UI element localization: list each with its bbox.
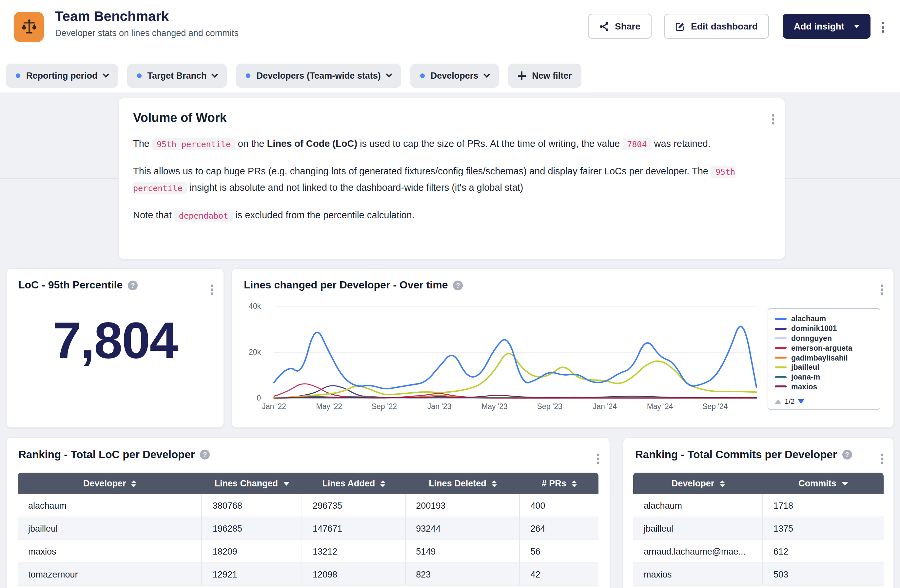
sort-desc-icon (842, 481, 848, 486)
header: Team Benchmark Developer stats on lines … (0, 0, 900, 92)
table-cell: 200193 (405, 494, 520, 517)
header-kebab-menu[interactable] (879, 19, 887, 36)
new-filter-button[interactable]: New filter (508, 64, 582, 88)
caret-down-icon (854, 25, 860, 28)
column-label: Lines Added (322, 478, 375, 488)
edit-icon (675, 21, 685, 31)
legend-item[interactable]: maxios (775, 382, 873, 392)
x-tick-label: Jan '24 (593, 402, 617, 410)
card-kebab-menu[interactable] (878, 451, 886, 466)
table-row: jbailleul19628514767193244264 (18, 517, 599, 540)
table-cell: 18209 (202, 540, 302, 562)
add-insight-label: Add insight (794, 21, 844, 31)
help-icon[interactable] (842, 450, 852, 459)
filter-label: Developers (431, 71, 478, 81)
filter-dot-icon (137, 73, 141, 78)
table-cell: 196285 (202, 517, 302, 540)
x-tick-label: Jan '22 (262, 402, 286, 410)
legend-swatch (775, 357, 787, 358)
table-cell: 42 (520, 563, 599, 585)
plus-icon (518, 71, 526, 80)
sort-both-icon (572, 480, 577, 487)
volume-of-work-card: Volume of Work The 95th percentile on th… (118, 98, 785, 259)
filter-bar: Reporting period Target Branch Developer… (6, 64, 582, 88)
filter-dot-icon (16, 73, 20, 78)
card-title: Ranking - Total LoC per Developer (19, 448, 195, 461)
page-subtitle: Developer stats on lines changed and com… (55, 28, 239, 38)
legend-items: alachaumdominik1001donnguyenemerson-argu… (775, 314, 873, 395)
legend-item[interactable]: jbailleul (775, 363, 873, 372)
volume-paragraph-1: The 95th percentile on the Lines of Code… (133, 136, 770, 152)
ranking-commits-card: Ranking - Total Commits per Developer De… (623, 437, 894, 588)
help-icon[interactable] (200, 450, 210, 459)
table-cell: jbailleul (633, 517, 763, 540)
column-header--prs[interactable]: # PRs (520, 473, 599, 494)
filter-developers-team-wide[interactable]: Developers (Team-wide stats) (236, 64, 401, 88)
column-header-developer[interactable]: Developer (633, 473, 763, 494)
text-segment: on the (235, 138, 267, 149)
column-label: # PRs (542, 478, 566, 488)
chevron-down-icon (483, 71, 490, 78)
text-segment: is excluded from the percentile calculat… (233, 210, 414, 220)
help-icon[interactable] (128, 280, 138, 290)
ranking-loc-card: Ranking - Total LoC per Developer Develo… (6, 437, 610, 588)
filter-label: Target Branch (147, 71, 207, 81)
y-tick-label: 40k (249, 302, 261, 310)
page-title: Team Benchmark (55, 9, 239, 24)
share-button[interactable]: Share (588, 14, 652, 39)
column-label: Developer (672, 478, 714, 488)
table-cell: alachaum (633, 494, 763, 517)
legend-swatch (775, 347, 787, 349)
table-cell: jbailleul (18, 517, 202, 540)
legend-series-name: joana-m (791, 373, 820, 381)
y-tick-label: 0 (257, 394, 261, 402)
table-row: arnaud.lachaume@mae...612 (633, 540, 884, 563)
legend-swatch (775, 366, 787, 368)
column-header-developer[interactable]: Developer (18, 473, 202, 494)
sort-both-icon (132, 480, 137, 487)
legend-item[interactable]: alachaum (775, 314, 873, 324)
legend-page-up-icon[interactable] (775, 399, 781, 403)
column-label: Developer (83, 478, 126, 488)
card-kebab-menu[interactable] (594, 451, 602, 466)
card-kebab-menu[interactable] (208, 282, 216, 297)
table-cell: 380768 (202, 494, 302, 517)
sort-desc-icon (283, 481, 290, 486)
filter-dot-icon (420, 73, 425, 78)
legend-item[interactable]: dominik1001 (775, 324, 873, 334)
legend-item[interactable]: emerson-argueta (775, 343, 873, 353)
column-header-commits[interactable]: Commits (763, 473, 884, 494)
filter-developers[interactable]: Developers (410, 64, 499, 88)
edit-dashboard-button[interactable]: Edit dashboard (664, 14, 769, 39)
column-header-lines-deleted[interactable]: Lines Deleted (405, 473, 520, 494)
sort-both-icon (380, 480, 385, 487)
sort-both-icon (719, 480, 725, 487)
bold-text: Lines of Code (LoC) (267, 138, 358, 149)
filter-target-branch[interactable]: Target Branch (127, 64, 227, 88)
add-insight-button[interactable]: Add insight (783, 14, 871, 39)
card-kebab-menu[interactable] (769, 112, 777, 127)
text-segment: Note that (133, 210, 174, 220)
card-title: Ranking - Total Commits per Developer (635, 448, 837, 461)
table-cell: 400 (520, 494, 599, 517)
legend-series-name: jbailleul (791, 363, 819, 371)
legend-item[interactable]: gadimbaylisahil (775, 353, 873, 363)
legend-item[interactable]: joana-m (775, 372, 873, 382)
table-cell: tomazernour (18, 563, 202, 585)
chevron-down-icon (386, 71, 392, 78)
table-cell: 12921 (202, 563, 302, 585)
table-cell: 12098 (302, 563, 405, 585)
text-segment: is used to cap the size of PRs. At the t… (357, 138, 622, 149)
chart-plot (274, 301, 756, 404)
column-label: Lines Changed (215, 478, 278, 488)
text-segment: insight is absolute and not linked to th… (187, 182, 523, 193)
column-header-lines-added[interactable]: Lines Added (302, 473, 405, 494)
column-header-lines-changed[interactable]: Lines Changed (202, 473, 302, 494)
filter-reporting-period[interactable]: Reporting period (6, 64, 118, 88)
commits-ranking-table: DeveloperCommitsalachaum1718jbailleul137… (633, 473, 884, 586)
table-row: tomazernour129211209882342 (18, 563, 599, 586)
legend-item[interactable]: donnguyen (775, 334, 873, 343)
code-chip: 7804 (622, 138, 651, 150)
table-cell: 56 (520, 540, 599, 562)
legend-page-down-icon[interactable] (798, 399, 805, 403)
